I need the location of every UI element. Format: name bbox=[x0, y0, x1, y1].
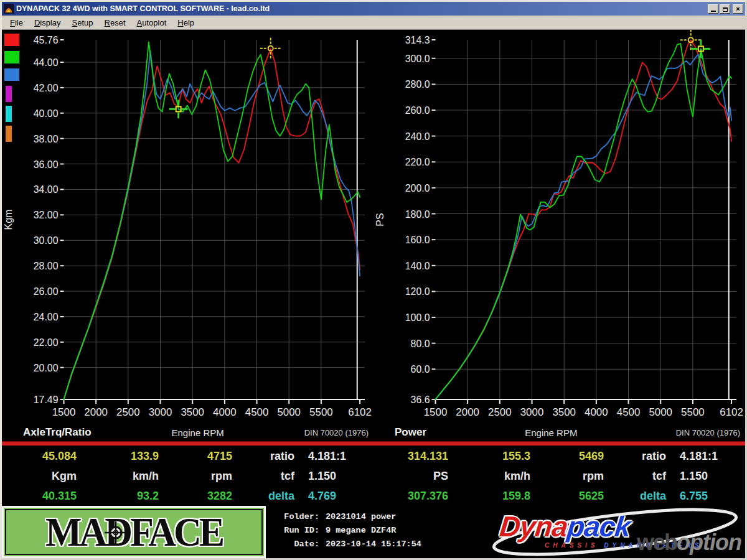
rpm-unit: rpm bbox=[548, 470, 622, 483]
delta-value: 4.769 bbox=[301, 490, 374, 503]
ratio-value: 4.181:1 bbox=[301, 450, 374, 463]
delta-label: delta bbox=[251, 490, 301, 503]
tcf-label: tcf bbox=[622, 470, 672, 483]
svg-text:100.0: 100.0 bbox=[405, 312, 430, 323]
dynapack-logo: Dynapack CHASSIS DYNAMOMETERS weboption bbox=[485, 506, 745, 558]
svg-text:280.0: 280.0 bbox=[405, 79, 430, 90]
footer-bar: MADFACE Folder:20231014 power Run ID:9 m… bbox=[2, 506, 745, 558]
svg-text:2500: 2500 bbox=[488, 406, 512, 418]
run4-magenta-swatch bbox=[6, 86, 12, 102]
power-unit: PS bbox=[374, 470, 467, 483]
svg-text:2000: 2000 bbox=[456, 406, 479, 418]
run1-red-swatch bbox=[4, 34, 19, 46]
run6-orange-swatch bbox=[6, 126, 12, 142]
svg-text:1500: 1500 bbox=[52, 406, 76, 418]
cursor-rpm-value: 5625 bbox=[548, 490, 622, 503]
menu-file[interactable]: File bbox=[4, 17, 29, 29]
svg-text:2000: 2000 bbox=[84, 406, 108, 418]
restore-icon bbox=[723, 7, 728, 12]
svg-text:42.00: 42.00 bbox=[34, 83, 59, 93]
menu-reset[interactable]: Reset bbox=[99, 17, 131, 29]
svg-text:3500: 3500 bbox=[181, 406, 204, 418]
menu-display[interactable]: Display bbox=[29, 17, 67, 29]
delta-value: 6.755 bbox=[672, 490, 745, 503]
speed-unit: km/h bbox=[467, 470, 548, 483]
peak-rpm-value: 5469 bbox=[548, 450, 622, 463]
svg-text:160.0: 160.0 bbox=[405, 235, 430, 245]
svg-text:200.0: 200.0 bbox=[405, 183, 430, 194]
menu-autoplot[interactable]: Autoplot bbox=[131, 17, 172, 29]
madface-logo: MADFACE bbox=[2, 506, 266, 558]
svg-text:120.0: 120.0 bbox=[405, 286, 430, 297]
peak-speed-value: 133.9 bbox=[95, 450, 176, 463]
restore-button[interactable] bbox=[720, 4, 730, 14]
power-chart-title: Power bbox=[395, 426, 426, 439]
window-title: DYNAPACK 32 4WD with SMART CONTROL SOFTW… bbox=[16, 4, 708, 13]
svg-text:80.0: 80.0 bbox=[411, 338, 430, 349]
svg-text:300.0: 300.0 bbox=[405, 54, 430, 64]
svg-text:28.00: 28.00 bbox=[34, 261, 59, 271]
app-window: DYNAPACK 32 4WD with SMART CONTROL SOFTW… bbox=[0, 0, 747, 560]
svg-text:5500: 5500 bbox=[681, 406, 705, 418]
speed-unit: km/h bbox=[95, 470, 176, 483]
folder-value: 20231014 power bbox=[326, 512, 396, 521]
readout-panel: 45.084 133.9 4715 ratio 4.181:1 Kgm km/h… bbox=[2, 446, 745, 506]
svg-text:6102: 6102 bbox=[348, 406, 372, 418]
svg-text:3000: 3000 bbox=[149, 406, 172, 418]
app-icon bbox=[4, 4, 14, 14]
svg-text:36.6: 36.6 bbox=[411, 394, 430, 405]
power-readouts: 314.131 155.3 5469 ratio 4.181:1 PS km/h… bbox=[374, 446, 745, 506]
svg-text:38.00: 38.00 bbox=[34, 134, 59, 144]
svg-text:260.0: 260.0 bbox=[405, 105, 430, 116]
svg-text:44.00: 44.00 bbox=[34, 57, 59, 68]
cursor-rpm-value: 3282 bbox=[176, 490, 251, 503]
minimize-icon bbox=[711, 11, 716, 12]
svg-text:3500: 3500 bbox=[552, 406, 576, 418]
svg-text:36.00: 36.00 bbox=[34, 159, 59, 170]
svg-text:17.49: 17.49 bbox=[34, 394, 59, 405]
svg-text:180.0: 180.0 bbox=[405, 208, 430, 219]
peak-power-value: 314.131 bbox=[374, 450, 467, 463]
red-divider bbox=[2, 441, 745, 446]
svg-text:32.00: 32.00 bbox=[34, 210, 59, 220]
runid-value: 9 megane DZF4R bbox=[326, 526, 396, 535]
menu-setup[interactable]: Setup bbox=[67, 17, 99, 29]
svg-text:6102: 6102 bbox=[720, 406, 743, 418]
svg-text:3000: 3000 bbox=[520, 406, 544, 418]
svg-text:2500: 2500 bbox=[116, 406, 140, 418]
cursor-torque-value: 40.315 bbox=[2, 490, 95, 503]
madface-logo-text: MADFACE bbox=[45, 509, 222, 556]
svg-text:5000: 5000 bbox=[277, 406, 301, 418]
svg-text:60.0: 60.0 bbox=[411, 364, 430, 375]
date-label: Date: bbox=[275, 539, 319, 549]
menu-help[interactable]: Help bbox=[172, 17, 200, 29]
close-button[interactable]: × bbox=[733, 4, 743, 14]
ratio-label: ratio bbox=[251, 450, 301, 463]
cursor-speed-value: 93.2 bbox=[95, 490, 176, 503]
svg-text:5500: 5500 bbox=[309, 406, 333, 418]
svg-text:240.0: 240.0 bbox=[405, 131, 430, 142]
menu-bar: File Display Setup Reset Autoplot Help bbox=[2, 16, 745, 30]
svg-text:4500: 4500 bbox=[617, 406, 641, 418]
cursor-power-value: 307.376 bbox=[374, 490, 467, 503]
peak-rpm-value: 4715 bbox=[176, 450, 251, 463]
tcf-value: 1.150 bbox=[301, 470, 374, 483]
chart-area: 1500200025003000350040004500500055006102… bbox=[2, 30, 745, 441]
svg-text:Kgm: Kgm bbox=[3, 210, 14, 230]
dynapack-logo-text: Dynapack bbox=[498, 510, 632, 543]
svg-text:220.0: 220.0 bbox=[405, 157, 430, 167]
torque-x-axis-label: Engine RPM bbox=[92, 427, 304, 438]
svg-text:40.00: 40.00 bbox=[34, 108, 59, 119]
weboption-watermark: weboption bbox=[637, 530, 741, 556]
svg-text:314.3: 314.3 bbox=[405, 35, 430, 45]
ratio-label: ratio bbox=[622, 450, 672, 463]
cursor-speed-value: 159.8 bbox=[467, 490, 548, 503]
torque-unit: Kgm bbox=[2, 470, 95, 483]
rpm-unit: rpm bbox=[176, 470, 251, 483]
torque-plot[interactable]: 1500200025003000350040004500500055006102… bbox=[2, 30, 374, 424]
minimize-button[interactable] bbox=[708, 4, 718, 14]
svg-text:PS: PS bbox=[375, 213, 385, 226]
tcf-value: 1.150 bbox=[672, 470, 745, 483]
torque-chart-panel: 1500200025003000350040004500500055006102… bbox=[2, 30, 374, 441]
power-plot[interactable]: 1500200025003000350040004500500055006102… bbox=[374, 30, 745, 424]
